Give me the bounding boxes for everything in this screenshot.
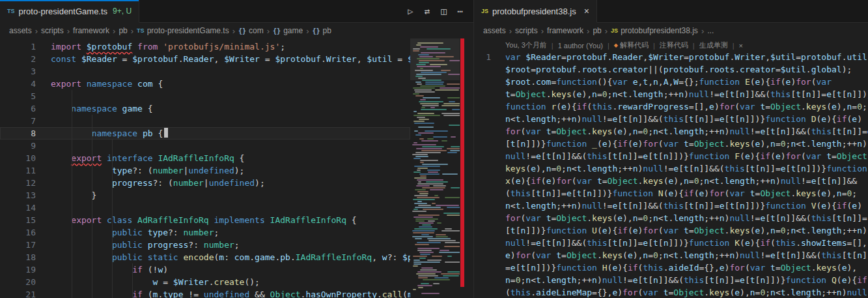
overview-ruler-errors[interactable]: [460, 38, 464, 287]
code-row[interactable]: for(var t=Object.keys(e),n=0;n<t.length;…: [474, 212, 868, 224]
line-number[interactable]: 1: [474, 51, 491, 63]
code-line[interactable]: 11 type?: (number|undefined);: [0, 164, 410, 177]
line-number[interactable]: [474, 274, 491, 286]
codelens-close[interactable]: ×: [739, 42, 743, 50]
breadcrumb-item[interactable]: ...: [707, 26, 714, 35]
code-row[interactable]: n=0;n<t.length;++n)null!=e[t[n]]&&(this[…: [474, 274, 868, 286]
breadcrumb-item[interactable]: {}pb: [313, 26, 331, 35]
code-line[interactable]: 6 namespace game {: [0, 102, 410, 115]
code-line[interactable]: 3: [0, 65, 410, 78]
code-line[interactable]: 4export namespace com {: [0, 78, 410, 90]
codelens-ai-action[interactable]: 生成单测: [699, 40, 728, 50]
line-number[interactable]: 10: [0, 152, 36, 164]
code-line[interactable]: 16 public type?: number;: [0, 226, 410, 239]
line-number[interactable]: 9: [0, 140, 36, 152]
code-line[interactable]: 1import $protobuf from 'protobufjs/minim…: [0, 40, 410, 53]
code-row[interactable]: t=Object.keys(e),n=0;n<t.length;++n)null…: [474, 88, 868, 100]
code-line[interactable]: 14: [0, 201, 410, 214]
editor-group-divider[interactable]: [473, 0, 474, 298]
code-row[interactable]: n<t.length;++n)null!=e[t[n]]&&(this[t[n]…: [474, 200, 868, 212]
code-row[interactable]: for(var t=Object.keys(e),n=0;n<t.length;…: [474, 125, 868, 138]
code-line[interactable]: 2const $Reader = $protobuf.Reader, $Writ…: [0, 53, 410, 65]
split-editor-icon[interactable]: ◫: [441, 6, 446, 16]
run-icon[interactable]: ▷: [408, 6, 413, 16]
line-number[interactable]: 12: [0, 177, 36, 189]
breadcrumb-item[interactable]: assets: [483, 26, 506, 35]
line-number[interactable]: [474, 224, 491, 237]
breadcrumb-item[interactable]: {}com: [238, 26, 264, 35]
minimap[interactable]: [410, 38, 460, 298]
line-number[interactable]: 18: [0, 251, 36, 263]
code-line[interactable]: 19 if (!w): [0, 263, 410, 276]
code-line[interactable]: 7: [0, 115, 410, 127]
tab-proto-presidentgame[interactable]: TS proto-presidentGame.ts 9+, U: [0, 0, 139, 23]
line-number[interactable]: 7: [0, 115, 36, 127]
line-number[interactable]: [474, 125, 491, 138]
breadcrumb-item[interactable]: JSprotobufpresident38.js: [611, 26, 698, 35]
codelens-blame[interactable]: You, 3个月前: [505, 40, 547, 50]
line-number[interactable]: 13: [0, 189, 36, 201]
line-number[interactable]: 1: [0, 40, 36, 53]
breadcrumb-item[interactable]: framework: [547, 26, 583, 35]
code-line[interactable]: 9: [0, 140, 410, 152]
close-tab-icon[interactable]: ×: [584, 6, 589, 16]
line-number[interactable]: [474, 88, 491, 100]
line-number[interactable]: 3: [0, 65, 36, 78]
code-row[interactable]: keys(e),n=0;n<t.length;++n)null!=e[t[n]]…: [474, 162, 868, 175]
line-number[interactable]: [474, 138, 491, 150]
code-row[interactable]: function r(e){if(this.rewardProgress=[],…: [474, 100, 868, 113]
line-number[interactable]: [474, 100, 491, 113]
breadcrumb-item[interactable]: pb: [593, 26, 601, 35]
code-line[interactable]: 21 if (m.type != undefined && Object.has…: [0, 288, 410, 298]
code-line[interactable]: 12 progress?: (number|undefined);: [0, 177, 410, 189]
code-row[interactable]: =e[t[n]])}function H(e){if(this.aideId={…: [474, 261, 868, 274]
line-number[interactable]: 16: [0, 226, 36, 239]
line-number[interactable]: [474, 249, 491, 261]
code-row[interactable]: (this[t[n]]=e[t[n]])}function N(e){if(e)…: [474, 187, 868, 200]
line-number[interactable]: [474, 237, 491, 249]
breadcrumb-item[interactable]: scripts: [515, 26, 538, 35]
code-line[interactable]: 5: [0, 90, 410, 102]
more-actions-icon[interactable]: ⋯: [458, 6, 463, 16]
tab-protobufpresident38[interactable]: JS protobufpresident38.js ×: [474, 0, 597, 23]
code-line[interactable]: 13 }: [0, 189, 410, 201]
code-line[interactable]: 20 w = $Writer.create();: [0, 276, 410, 288]
breadcrumb-item[interactable]: {}game: [273, 26, 303, 35]
line-number[interactable]: 21: [0, 288, 36, 298]
code-line[interactable]: 15 export class AdRaffleInfoRq implement…: [0, 214, 410, 226]
line-number[interactable]: [474, 261, 491, 274]
breadcrumb-item[interactable]: scripts: [41, 26, 64, 35]
line-number[interactable]: [474, 175, 491, 187]
codelens-ai-action[interactable]: 注释代码: [660, 40, 688, 50]
code-row[interactable]: n<t.length;++n)null!=e[t[n]]&&(this[t[n]…: [474, 113, 868, 125]
editor-left[interactable]: 1import $protobuf from 'protobufjs/minim…: [0, 38, 410, 298]
breadcrumb-item[interactable]: pb: [119, 26, 127, 35]
breadcrumb-item[interactable]: assets: [9, 26, 32, 35]
line-number[interactable]: 20: [0, 276, 36, 288]
code-line[interactable]: 10 export interface IAdRaffleInfoRq {: [0, 152, 410, 164]
line-number[interactable]: [474, 162, 491, 175]
line-number[interactable]: 5: [0, 90, 36, 102]
line-number[interactable]: 11: [0, 164, 36, 177]
open-changes-icon[interactable]: ⇄: [425, 6, 430, 16]
line-number[interactable]: 8: [0, 127, 36, 140]
line-number[interactable]: 17: [0, 239, 36, 251]
code-row[interactable]: 1var $Reader=protobuf.Reader,$Writer=pro…: [474, 51, 868, 63]
line-number[interactable]: [474, 76, 491, 88]
line-number[interactable]: [474, 113, 491, 125]
code-line[interactable]: 17 public progress?: number;: [0, 239, 410, 251]
line-number[interactable]: 6: [0, 102, 36, 115]
code-row[interactable]: [t[n]])}function U(e){if(e)for(var t=Obj…: [474, 224, 868, 237]
code-row[interactable]: $root=protobuf.roots.creator||(protobuf.…: [474, 63, 868, 76]
line-number[interactable]: [474, 212, 491, 224]
code-row[interactable]: [t[n]])}function _(e){if(e)for(var t=Obj…: [474, 138, 868, 150]
line-number[interactable]: [474, 150, 491, 162]
line-number[interactable]: 2: [0, 53, 36, 65]
code-row[interactable]: null!=e[t[n]]&&(this[t[n]]=e[t[n]])}func…: [474, 237, 868, 249]
code-row[interactable]: $root.com=function(){var e,t,n,A,W={};fu…: [474, 76, 868, 88]
line-number[interactable]: 4: [0, 78, 36, 90]
code-row[interactable]: null!=e[t[n]]&&(this[t[n]]=e[t[n]])}func…: [474, 150, 868, 162]
line-number[interactable]: 14: [0, 201, 36, 214]
line-number[interactable]: 15: [0, 214, 36, 226]
line-number[interactable]: 19: [0, 263, 36, 276]
